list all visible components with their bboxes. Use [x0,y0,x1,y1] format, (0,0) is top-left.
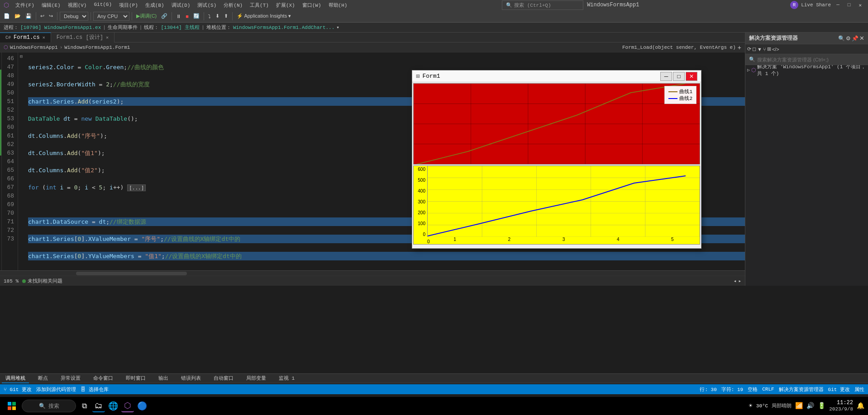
pause-btn[interactable]: ⏸ [174,11,183,21]
h-scroll-thumb[interactable] [76,272,187,275]
stop-btn[interactable]: ■ [184,11,191,21]
tab-form1-cs-close[interactable]: ✕ [43,35,45,40]
tab-form1-designer[interactable]: Form1.cs [设计] ✕ [51,33,114,42]
menu-git[interactable]: Git(G) [90,1,115,9]
form1-titlebar: ⊞ Form1 ─ □ ✕ [412,71,701,82]
status-add-source[interactable]: 添加到源代码管理 [36,386,76,393]
chrome-app[interactable]: 🔵 [136,400,148,412]
se-buttons: 🔍 ⚙ 📌 ✕ [838,35,864,42]
se-code-btn[interactable]: </> [772,47,779,52]
save-btn[interactable]: 💾 [24,11,33,21]
form1-minimize-btn[interactable]: ─ [660,72,672,81]
tree-solution[interactable]: ▷ ⬡ 解决方案 'WindowsFormsApp1' (1 个项目，共 1 个… [745,66,868,74]
se-show-all-btn[interactable]: ◻ [752,46,756,52]
form1-maximize-btn[interactable]: □ [673,72,685,81]
debug-tab-locals[interactable]: 局部变量 [243,374,270,383]
profile-avatar[interactable]: R [790,1,798,9]
status-git-branch[interactable]: ⑂ Git 更改 [4,386,32,393]
menu-edit[interactable]: 编辑(E) [38,1,64,9]
minimize-btn[interactable]: ─ [834,2,842,8]
menu-analyze[interactable]: 分析(N) [220,1,246,9]
se-search-btn[interactable]: 🔍 [838,35,845,42]
menu-test[interactable]: 测试(S) [194,1,220,9]
tree-expand-icon: ▷ [747,67,750,73]
se-pin-btn[interactable]: 📌 [852,35,858,42]
se-close-btn[interactable]: ✕ [859,35,864,42]
app-insights-btn[interactable]: ⚡ Application Insights ▾ [235,11,293,21]
thread-value[interactable]: [13044] 主线程 [161,24,200,31]
menu-view[interactable]: 视图(V) [64,1,91,9]
notifications-icon[interactable]: 🔔 [857,402,864,410]
debug-tab-output[interactable]: 输出 [155,374,172,383]
debug-tab-command[interactable]: 命令窗口 [90,374,117,383]
debug-tab-breakpoints[interactable]: 断点 [34,374,52,383]
editor-breadcrumb-right[interactable]: Form1_Load(object sender, EventArgs e) [622,45,736,50]
status-git-changes[interactable]: Git 更改 [828,386,850,393]
h-scrollbar[interactable] [0,270,745,276]
live-share-btn[interactable]: Live Share [801,2,831,8]
network-icon[interactable]: 📶 [795,402,803,410]
loc-value[interactable]: WindowsFormsApp1.Form1.AddChart... [233,25,334,30]
close-btn[interactable]: ✕ [856,2,864,8]
undo-btn[interactable]: ↩ [38,11,46,21]
navigate-next[interactable]: ▸ [738,278,741,284]
menu-window[interactable]: 窗口(W) [299,1,325,9]
tab-form1-designer-close[interactable]: ✕ [106,35,109,40]
step-over-btn[interactable]: ⤵ [206,11,213,21]
collapse-expand-53[interactable]: [...] [127,184,146,191]
zoom-level[interactable]: 185 % [4,278,19,284]
se-settings-btn[interactable]: ⚙ [846,35,851,42]
se-filter-btn[interactable]: ▼ [757,47,762,52]
se-search-input[interactable] [757,57,864,62]
debug-tab-watch1[interactable]: 监视 1 [275,374,298,383]
new-file-btn[interactable]: 📄 [2,11,12,21]
form1-close-btn[interactable]: ✕ [686,72,697,81]
debug-tab-errorlist[interactable]: 错误列表 [177,374,205,383]
menu-project[interactable]: 项目(P) [115,1,142,9]
clock[interactable]: 11:22 2023/9/8 [829,400,853,412]
platform-dropdown[interactable]: Any CPU [93,12,129,21]
debug-tab-exceptions[interactable]: 异常设置 [57,374,84,383]
step-out-btn[interactable]: ⬆ [222,11,230,21]
form1-window[interactable]: ⊞ Form1 ─ □ ✕ 曲线1 曲线2 [412,70,701,249]
step-into-btn[interactable]: ⬇ [214,11,221,21]
navigate-prev[interactable]: ◂ [734,278,737,284]
search-box[interactable]: 🔍 搜索 (Ctrl+Q) [502,0,583,10]
run-btn[interactable]: ▶ 调调(C) [134,11,158,21]
se-sync-btn[interactable]: ⟳ [747,46,751,52]
menu-build[interactable]: 生成(B) [142,1,168,9]
collapse-53[interactable]: ⊞ [18,52,24,61]
taskbar-search[interactable]: 🔍 搜索 [22,400,76,412]
edge-app[interactable]: 🌐 [107,400,119,412]
expand-btn[interactable]: + [738,44,741,51]
editor-project-label[interactable]: WindowsFormsApp1 [10,45,58,50]
status-properties[interactable]: 属性 [854,386,864,393]
debug-config-dropdown[interactable]: Debug [60,12,88,21]
maximize-btn[interactable]: □ [845,2,854,8]
menu-debug[interactable]: 调试(D) [168,1,194,9]
vs-app[interactable]: ⬡ [121,400,134,412]
restart-btn[interactable]: 🔄 [191,11,201,21]
tab-form1-cs[interactable]: C# Form1.cs ✕ [0,33,51,42]
attach-btn[interactable]: 🔗 [159,11,169,21]
loc-dropdown[interactable]: ▾ [336,24,339,30]
debug-tab-auto[interactable]: 自动窗口 [210,374,237,383]
se-git-btn[interactable]: ⑂ [763,47,766,52]
redo-btn[interactable]: ↪ [47,11,55,21]
explorer-app[interactable]: 🗂 [92,400,105,412]
open-btn[interactable]: 📂 [13,11,23,21]
menu-help[interactable]: 帮助(H) [325,1,351,9]
status-sol-explorer[interactable]: 解决方案资源管理器 [779,386,824,393]
menu-extensions[interactable]: 扩展(X) [272,1,299,9]
menu-file[interactable]: 文件(F) [12,1,38,9]
task-view-btn[interactable]: ⧉ [78,400,91,412]
status-select-repo[interactable]: 🗄 选择仓库 [81,386,109,393]
se-props-btn[interactable]: ⊞ [767,46,771,52]
volume-icon[interactable]: 🔊 [806,402,814,410]
editor-breadcrumb-left[interactable]: WindowsFormsApp1.Form1 [64,45,130,50]
start-button[interactable] [4,398,20,414]
process-value[interactable]: [10796] WindowsFormsApp1.ex [20,25,101,30]
debug-tab-immediate[interactable]: 即时窗口 [122,374,149,383]
menu-tools[interactable]: 工具(T) [246,1,272,9]
debug-tab-callstack[interactable]: 调用堆栈 [2,374,29,383]
